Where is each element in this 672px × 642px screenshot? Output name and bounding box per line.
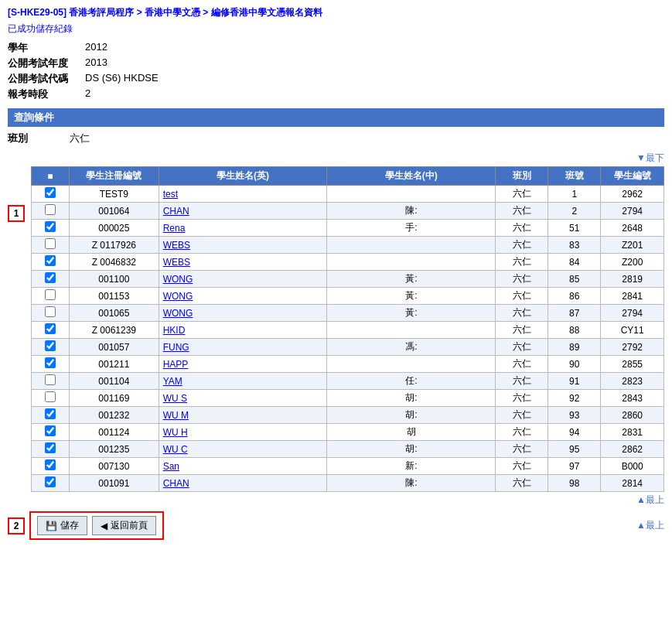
student-id: 2792: [601, 339, 664, 356]
checkbox-cell[interactable]: [32, 441, 70, 458]
chi-name: [327, 322, 496, 339]
seat: 85: [548, 271, 601, 288]
scroll-top-hint[interactable]: ▼最下: [8, 152, 664, 165]
eng-name-link[interactable]: FUNG: [163, 342, 189, 353]
row-checkbox[interactable]: [45, 306, 56, 317]
eng-name[interactable]: WONG: [159, 305, 327, 322]
checkbox-cell[interactable]: [32, 254, 70, 271]
eng-name[interactable]: Rena: [159, 220, 327, 237]
row-checkbox[interactable]: [45, 357, 56, 368]
checkbox-cell[interactable]: [32, 322, 70, 339]
eng-name-link[interactable]: Rena: [163, 223, 186, 234]
checkbox-cell[interactable]: [32, 407, 70, 424]
row-checkbox[interactable]: [45, 187, 56, 198]
back-button[interactable]: ◀ 返回前頁: [92, 516, 156, 535]
checkbox-cell[interactable]: [32, 390, 70, 407]
checkbox-cell[interactable]: [32, 305, 70, 322]
checkbox-cell[interactable]: [32, 339, 70, 356]
row-checkbox[interactable]: [45, 289, 56, 300]
eng-name[interactable]: HKID: [159, 322, 327, 339]
row-checkbox[interactable]: [45, 442, 56, 453]
eng-name[interactable]: WONG: [159, 288, 327, 305]
row-checkbox[interactable]: [45, 238, 56, 249]
eng-name[interactable]: San: [159, 458, 327, 475]
row-checkbox[interactable]: [45, 425, 56, 436]
eng-name-link[interactable]: WONG: [163, 308, 193, 319]
seat: 51: [548, 220, 601, 237]
class: 六仁: [496, 407, 548, 424]
eng-name[interactable]: WEBS: [159, 237, 327, 254]
checkbox-cell[interactable]: [32, 356, 70, 373]
student-id: 2860: [601, 407, 664, 424]
class: 六仁: [496, 305, 548, 322]
eng-name-link[interactable]: San: [163, 461, 179, 472]
eng-name[interactable]: WU H: [159, 424, 327, 441]
eng-name-link[interactable]: WU H: [163, 427, 188, 438]
checkbox-cell[interactable]: [32, 220, 70, 237]
checkbox-cell[interactable]: [32, 186, 70, 203]
class: 六仁: [496, 288, 548, 305]
eng-name-link[interactable]: test: [163, 189, 178, 200]
row-checkbox[interactable]: [45, 323, 56, 334]
breadcrumb[interactable]: [S-HKE29-05] 香港考評局程序 > 香港中學文憑 > 編修香港中學文憑…: [8, 6, 664, 19]
checkbox-cell[interactable]: [32, 237, 70, 254]
table-row: 007130San新:六仁97B000: [32, 458, 664, 475]
eng-name[interactable]: WU M: [159, 407, 327, 424]
eng-name[interactable]: WONG: [159, 271, 327, 288]
eng-name[interactable]: WEBS: [159, 254, 327, 271]
row-checkbox[interactable]: [45, 408, 56, 419]
eng-name-link[interactable]: WEBS: [163, 257, 190, 268]
row-checkbox[interactable]: [45, 272, 56, 283]
table-row: TEST9test六仁12962: [32, 186, 664, 203]
eng-name-link[interactable]: WEBS: [163, 240, 190, 251]
eng-name[interactable]: FUNG: [159, 339, 327, 356]
table-row: 001057FUNG馮:六仁892792: [32, 339, 664, 356]
eng-name-link[interactable]: WONG: [163, 274, 193, 285]
eng-name-link[interactable]: CHAN: [163, 478, 189, 489]
school-year-label: 學年: [8, 40, 85, 56]
student-id: Z200: [601, 254, 664, 271]
row-checkbox[interactable]: [45, 391, 56, 402]
row-checkbox[interactable]: [45, 476, 56, 487]
eng-name[interactable]: HAPP: [159, 356, 327, 373]
table-row: 001124WU H胡六仁942831: [32, 424, 664, 441]
checkbox-cell[interactable]: [32, 475, 70, 492]
row-checkbox[interactable]: [45, 204, 56, 215]
eng-name-link[interactable]: CHAN: [163, 206, 189, 217]
eng-name[interactable]: test: [159, 186, 327, 203]
eng-name-link[interactable]: WONG: [163, 291, 193, 302]
eng-name[interactable]: YAM: [159, 373, 327, 390]
save-icon: 💾: [46, 521, 57, 531]
checkbox-cell[interactable]: [32, 373, 70, 390]
eng-name-link[interactable]: WU M: [163, 410, 189, 421]
checkbox-cell[interactable]: [32, 271, 70, 288]
seat: 91: [548, 373, 601, 390]
row-checkbox[interactable]: [45, 459, 56, 470]
seat: 92: [548, 390, 601, 407]
student-id: 2831: [601, 424, 664, 441]
checkbox-cell[interactable]: [32, 288, 70, 305]
eng-name-link[interactable]: WU C: [163, 444, 188, 455]
col-header-chi: 學生姓名(中): [327, 167, 496, 186]
eng-name-link[interactable]: YAM: [163, 376, 182, 387]
scroll-bottom-hint[interactable]: ▲最上: [8, 493, 664, 507]
row-checkbox[interactable]: [45, 340, 56, 351]
eng-name-link[interactable]: HAPP: [163, 359, 189, 370]
checkbox-cell[interactable]: [32, 458, 70, 475]
eng-name[interactable]: CHAN: [159, 475, 327, 492]
class: 六仁: [496, 339, 548, 356]
seat: 86: [548, 288, 601, 305]
row-checkbox[interactable]: [45, 374, 56, 385]
save-button[interactable]: 💾 儲存: [37, 516, 87, 535]
scroll-bottom-hint2[interactable]: ▲最上: [164, 519, 664, 532]
checkbox-cell[interactable]: [32, 203, 70, 220]
eng-name-link[interactable]: HKID: [163, 325, 186, 336]
eng-name[interactable]: WU S: [159, 390, 327, 407]
eng-name[interactable]: CHAN: [159, 203, 327, 220]
row-checkbox[interactable]: [45, 221, 56, 232]
eng-name-link[interactable]: WU S: [163, 393, 187, 404]
checkbox-cell[interactable]: [32, 424, 70, 441]
row-checkbox[interactable]: [45, 255, 56, 266]
eng-name[interactable]: WU C: [159, 441, 327, 458]
chi-name: 黃:: [327, 305, 496, 322]
